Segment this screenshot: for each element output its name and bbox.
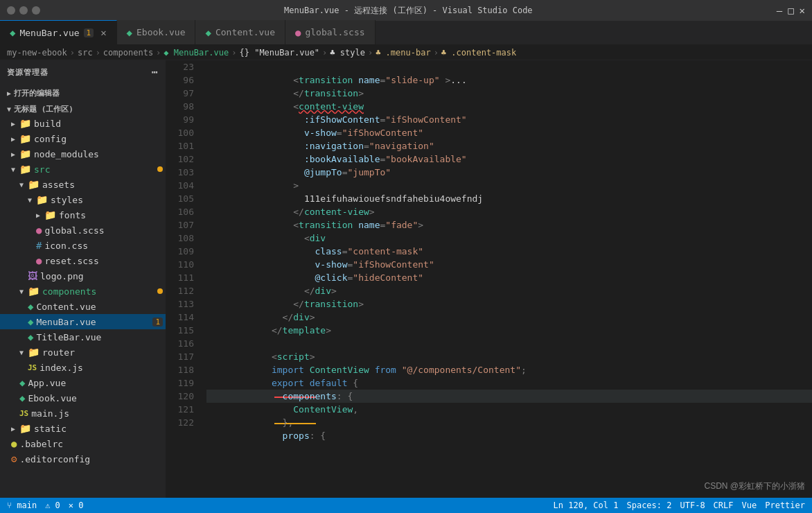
status-right: Ln 120, Col 1 Spaces: 2 UTF-8 CRLF Vue P… <box>554 501 805 510</box>
tab-ebook[interactable]: ◆ Ebook.vue <box>117 20 196 44</box>
encoding[interactable]: UTF-8 <box>680 501 705 510</box>
sidebar-item-titlebar-vue[interactable]: ◆ TitleBar.vue <box>0 329 166 345</box>
folder-icon: 📁 <box>28 179 39 190</box>
line-num: 106 <box>166 205 194 218</box>
formatter[interactable]: Prettier <box>765 501 805 510</box>
sidebar-item-reset-scss[interactable]: ● reset.scss <box>0 253 166 268</box>
js-icon: JS <box>28 363 37 372</box>
line-num: 109 <box>166 245 194 258</box>
line-ending[interactable]: CRLF <box>714 501 734 510</box>
sidebar-item-fonts[interactable]: ▶ 📁 fonts <box>0 207 166 223</box>
line-num: 111 <box>166 271 194 284</box>
section-arrow: ▶ <box>7 89 11 97</box>
sidebar-item-logo[interactable]: 🖼 logo.png <box>0 268 166 284</box>
sidebar-item-menubar-vue[interactable]: ◆ MenuBar.vue 1 <box>0 314 166 329</box>
sidebar-item-node-modules[interactable]: ▶ 📁 node_modules <box>0 146 166 162</box>
tab-menubar[interactable]: ◆ MenuBar.vue 1 ✕ <box>0 20 117 44</box>
language-mode[interactable]: Vue <box>742 501 757 510</box>
line-num: 108 <box>166 232 194 245</box>
sidebar-item-editorconfig[interactable]: ⚙ .editorconfig <box>0 451 166 467</box>
line-num: 107 <box>166 218 194 232</box>
item-label: App.vue <box>28 378 66 388</box>
more-icon[interactable]: ⋯ <box>152 66 159 78</box>
tab-global-label: global.scss <box>305 27 364 37</box>
sidebar-item-components[interactable]: ▼ 📁 components <box>0 284 166 299</box>
sidebar-item-content-vue[interactable]: ◆ Content.vue <box>0 299 166 314</box>
error-count[interactable]: ⚠ 0 <box>45 501 60 510</box>
arrow-icon: ▶ <box>11 120 15 128</box>
sidebar-item-babelrc[interactable]: ● .babelrc <box>0 436 166 451</box>
folder-icon: 📁 <box>19 118 31 129</box>
sidebar-item-index-js[interactable]: JS index.js <box>0 360 166 375</box>
sidebar-item-styles[interactable]: ▼ 📁 styles <box>0 192 166 207</box>
folder-icon: 📁 <box>28 286 39 297</box>
folder-icon: 📁 <box>19 164 31 175</box>
line-num: 99 <box>166 113 194 126</box>
item-label: TitleBar.vue <box>36 332 101 342</box>
sidebar-item-src[interactable]: ▼ 📁 src <box>0 162 166 177</box>
tabs-bar: ◆ MenuBar.vue 1 ✕ ◆ Ebook.vue ◆ Content.… <box>0 21 812 45</box>
item-label: Ebook.vue <box>28 393 76 403</box>
editor-area: 23 96 97 98 99 100 101 102 103 104 105 1… <box>166 60 812 498</box>
sidebar-item-config[interactable]: ▶ 📁 config <box>0 131 166 146</box>
sidebar-item-icon-css[interactable]: # icon.css <box>0 238 166 253</box>
modified-badge <box>157 288 163 294</box>
minimize-icon[interactable]: ― <box>777 5 782 16</box>
status-left: ⑂ main ⚠ 0 ✕ 0 <box>7 501 84 510</box>
tab-global[interactable]: ● global.scss <box>285 20 376 44</box>
tab-close-icon[interactable]: ✕ <box>100 27 106 38</box>
line-num: 117 <box>166 350 194 363</box>
vue-icon: ◆ <box>19 377 25 388</box>
sidebar-item-router[interactable]: ▼ 📁 router <box>0 345 166 360</box>
item-label: styles <box>51 195 83 205</box>
window-controls[interactable] <box>7 6 40 15</box>
vue-icon: ◆ <box>10 27 15 38</box>
close-icon[interactable]: ✕ <box>800 5 805 16</box>
arrow-icon: ▼ <box>11 166 15 173</box>
close-dot[interactable] <box>32 6 40 15</box>
sidebar-header-icons[interactable]: ⋯ <box>152 66 159 78</box>
code-container[interactable]: 23 96 97 98 99 100 101 102 103 104 105 1… <box>166 60 812 498</box>
app-container: ◆ MenuBar.vue 1 ✕ ◆ Ebook.vue ◆ Content.… <box>0 21 812 513</box>
item-label: assets <box>42 180 75 190</box>
item-label: router <box>42 347 75 358</box>
sidebar-item-ebook-vue[interactable]: ◆ Ebook.vue <box>0 390 166 406</box>
indentation[interactable]: Spaces: 2 <box>626 501 671 510</box>
item-label: static <box>34 424 67 434</box>
json-icon: ● <box>11 438 17 449</box>
sidebar-item-build[interactable]: ▶ 📁 build <box>0 116 166 131</box>
sidebar-item-main-js[interactable]: JS main.js <box>0 406 166 421</box>
scss-icon: ● <box>36 225 42 236</box>
line-num: 118 <box>166 363 194 376</box>
line-num: 96 <box>166 73 194 87</box>
maximize-dot[interactable] <box>19 6 28 15</box>
cursor-position[interactable]: Ln 120, Col 1 <box>554 501 619 510</box>
section-open-editors[interactable]: ▶ 打开的编辑器 <box>0 84 166 100</box>
section-workspace[interactable]: ▼ 无标题 (工作区) <box>0 100 166 116</box>
item-label: reset.scss <box>44 256 98 266</box>
sidebar-item-global-scss[interactable]: ● global.scss <box>0 223 166 238</box>
restore-icon[interactable]: □ <box>788 5 793 16</box>
folder-icon: 📁 <box>36 194 48 205</box>
item-label: build <box>34 119 61 129</box>
line-num: 103 <box>166 166 194 179</box>
minimize-dot[interactable] <box>7 6 15 15</box>
tab-content[interactable]: ◆ Content.vue <box>195 20 285 44</box>
sidebar-item-assets[interactable]: ▼ 📁 assets <box>0 177 166 192</box>
item-label: logo.png <box>40 271 84 281</box>
section-label-text: 打开的编辑器 <box>14 88 60 98</box>
title-bar: MenuBar.vue - 远程连接 (工作区) - Visual Studio… <box>0 0 812 21</box>
item-label: MenuBar.vue <box>36 317 96 327</box>
line-num: 119 <box>166 376 194 390</box>
warning-count[interactable]: ✕ 0 <box>69 501 84 510</box>
code-lines[interactable]: <transition name="slide-up" >... </trans… <box>200 60 812 498</box>
item-label: config <box>34 134 67 144</box>
tab-badge: 1 <box>84 28 94 37</box>
vue-icon: ◆ <box>28 301 33 312</box>
section-arrow: ▼ <box>7 105 11 113</box>
sidebar-item-static[interactable]: ▶ 📁 static <box>0 421 166 436</box>
item-label: .editorconfig <box>19 454 90 464</box>
git-branch[interactable]: ⑂ main <box>7 501 37 510</box>
sidebar-item-app-vue[interactable]: ◆ App.vue <box>0 375 166 390</box>
sidebar: 资源管理器 ⋯ ▶ 打开的编辑器 ▼ 无标题 (工作区) ▶ 📁 <box>0 60 166 498</box>
